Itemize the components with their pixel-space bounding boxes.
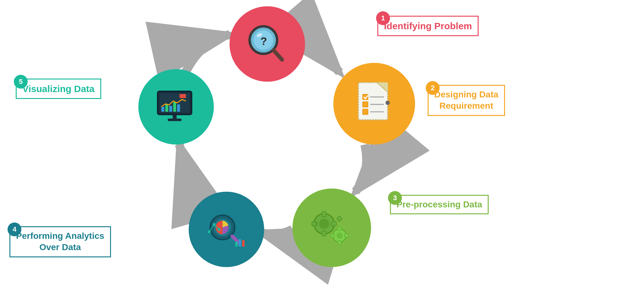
svg-point-26: [336, 233, 343, 239]
svg-rect-28: [338, 241, 341, 244]
diagram-container: ?: [0, 0, 644, 307]
svg-rect-48: [165, 104, 168, 112]
circle-step-5: [138, 69, 214, 145]
label-step-4: Performing AnalyticsOver Data: [9, 226, 111, 257]
label-step-3: Pre-processing Data: [390, 195, 489, 214]
label-step-2-text: Designing DataRequirement: [434, 90, 498, 111]
svg-rect-27: [338, 227, 341, 230]
badge-5: 5: [14, 75, 28, 89]
svg-rect-20: [322, 231, 326, 236]
svg-rect-52: [173, 115, 176, 118]
monitor-chart-icon: [152, 82, 201, 131]
svg-rect-29: [331, 234, 334, 237]
label-step-1: Identifying Problem: [377, 16, 479, 36]
circle-step-1: ?: [230, 6, 305, 82]
analytics-magnifier-icon: [202, 205, 251, 254]
svg-rect-36: [242, 240, 245, 246]
svg-text:?: ?: [260, 35, 267, 47]
document-icon: [348, 77, 401, 130]
svg-rect-12: [363, 101, 368, 107]
svg-rect-47: [161, 107, 164, 112]
svg-rect-14: [363, 109, 368, 114]
label-step-5: Visualizing Data: [16, 79, 101, 99]
svg-rect-49: [169, 106, 172, 112]
badge-2: 2: [426, 81, 440, 95]
label-step-3-text: Pre-processing Data: [397, 200, 482, 209]
svg-line-4: [274, 50, 282, 60]
badge-4: 4: [8, 222, 21, 236]
svg-point-16: [385, 101, 390, 105]
svg-rect-30: [345, 234, 348, 237]
svg-point-18: [319, 219, 329, 229]
label-step-5-text: Visualizing Data: [22, 84, 95, 94]
svg-rect-53: [168, 118, 181, 121]
svg-rect-22: [331, 222, 336, 226]
svg-rect-34: [235, 242, 238, 247]
badge-3: 3: [388, 191, 402, 205]
svg-rect-45: [180, 94, 186, 98]
circle-step-3: [292, 189, 371, 267]
label-step-1-text: Identifying Problem: [384, 21, 472, 31]
svg-rect-24: [336, 216, 342, 222]
svg-rect-35: [239, 239, 241, 246]
magnifying-glass-icon: ?: [243, 19, 292, 69]
badge-1: 1: [376, 11, 390, 25]
svg-rect-19: [322, 211, 326, 217]
label-step-4-text: Performing AnalyticsOver Data: [16, 231, 104, 252]
svg-rect-51: [177, 104, 180, 112]
circle-step-2: [333, 63, 415, 145]
gears-icon: [306, 202, 358, 254]
svg-rect-50: [173, 102, 176, 112]
circle-step-4: [189, 192, 264, 267]
